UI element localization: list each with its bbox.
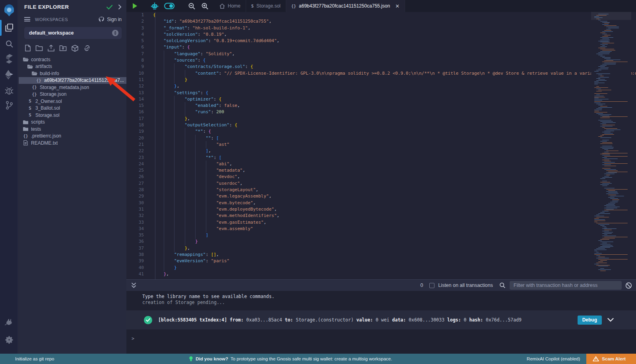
zoom-out-icon[interactable] [188, 2, 196, 10]
tab-a69b43f277ba20fcac141151250ca755-json[interactable]: {}a69b43f277ba20fcac141151250ca755.json✕ [286, 0, 405, 12]
code-line: 22 ], [126, 148, 636, 154]
workspace-name: default_workspace [29, 30, 112, 36]
transaction-filter-input[interactable] [510, 281, 622, 290]
link-import-icon[interactable] [83, 45, 91, 52]
new-file-icon[interactable] [25, 45, 31, 52]
upload-file-icon[interactable] [47, 45, 55, 52]
tx-expand-chevron-icon[interactable] [607, 318, 614, 322]
code-line: 20 "": [ [126, 135, 636, 141]
tab-storage-sol[interactable]: SStorage.sol [246, 0, 286, 12]
scam-alert-badge[interactable]: Scam Alert [586, 354, 636, 364]
code-line: 16 "runs": 200 [126, 109, 636, 115]
collapse-panel-chevron-icon[interactable] [118, 4, 122, 10]
line-number: 11 [126, 77, 144, 83]
home-icon [219, 4, 225, 9]
code-line: 19 "*": { [126, 128, 636, 135]
tree-item-storage-json[interactable]: {}Storage.json [19, 91, 126, 98]
line-content: "runs": 200 [153, 109, 224, 114]
code-line: 8 "sources": { [126, 57, 636, 64]
line-number: 25 [126, 167, 144, 174]
debug-button[interactable]: Debug [578, 316, 602, 325]
solidity-compiler-icon[interactable] [0, 52, 18, 66]
terminal-collapse-chevrons-icon[interactable] [131, 283, 136, 288]
line-content: }, [153, 246, 190, 251]
line-number: 6 [126, 44, 144, 50]
copilot-status[interactable]: RemixAI Copilot (enabled) [527, 356, 580, 361]
settings-gear-icon[interactable] [0, 333, 18, 347]
ai-copilot-toggle-icon[interactable] [164, 3, 175, 9]
git-init-status[interactable]: Initialize as git repo [15, 356, 54, 361]
tree-item-artifacts[interactable]: artifacts [19, 63, 126, 70]
tree-item-label: scripts [31, 119, 45, 125]
transaction-log-row[interactable]: [block:5583405 txIndex:4] from: 0xa03...… [126, 310, 636, 329]
tree-item-storage-sol[interactable]: SStorage.sol [19, 112, 126, 119]
tree-item-2-owner-sol[interactable]: S2_Owner.sol [19, 98, 126, 105]
tree-item-3-ballot-sol[interactable]: S3_Ballot.sol [19, 105, 126, 112]
tree-item-label: 2_Owner.sol [35, 99, 62, 104]
terminal-header: 0 Listen on all transactions [126, 279, 636, 291]
zoom-in-icon[interactable] [201, 2, 209, 10]
tree-item-a69b43f277ba20fcac141151250ca7-[interactable]: {}a69b43f277ba20fcac141151250ca7... [19, 77, 126, 84]
line-number: 30 [126, 200, 144, 206]
terminal-prompt[interactable]: > [132, 336, 134, 341]
line-content: "abi", [153, 161, 232, 167]
upload-folder-icon[interactable] [59, 45, 67, 52]
line-content: "evm.assembly" [153, 226, 253, 231]
tree-item-tests[interactable]: tests [19, 126, 126, 133]
github-sign-in[interactable]: Sign in [98, 16, 122, 22]
file-explorer-icon[interactable] [0, 21, 18, 34]
terminal[interactable]: Type the library name to see available c… [126, 291, 636, 354]
github-icon [98, 16, 105, 22]
activity-bar [0, 0, 18, 354]
run-script-play-icon[interactable] [132, 3, 138, 9]
tree-item-contracts[interactable]: contracts [19, 56, 126, 63]
tab-home[interactable]: Home [214, 0, 246, 12]
tree-item--prettierrc-json[interactable]: {}.prettierrc.json [19, 133, 126, 140]
code-line: 1{ [126, 12, 636, 18]
debugger-icon[interactable] [0, 84, 18, 98]
tree-item-scripts[interactable]: scripts [19, 119, 126, 126]
tree-item-readme-txt[interactable]: README.txt [19, 139, 126, 147]
git-icon[interactable] [0, 99, 18, 112]
listen-all-transactions-checkbox[interactable] [429, 283, 434, 288]
warning-triangle-icon [593, 356, 599, 362]
remixai-robot-icon[interactable] [151, 2, 159, 10]
line-number: 20 [126, 135, 144, 141]
code-line: 28 "storageLayout", [126, 187, 636, 193]
deploy-run-icon[interactable] [0, 68, 18, 81]
line-content: "metadata", [153, 168, 245, 173]
code-line: 37 }, [126, 245, 636, 252]
terminal-search-icon[interactable] [499, 282, 506, 288]
line-number: 41 [126, 271, 144, 277]
tree-item-storage-metadata-json[interactable]: {}Storage_metadata.json [19, 84, 126, 91]
tree-item-build-info[interactable]: build-info [19, 70, 126, 77]
line-number: 36 [126, 238, 144, 245]
remix-logo-icon[interactable] [0, 3, 18, 18]
workspaces-menu-icon[interactable] [24, 17, 30, 21]
workspace-select[interactable]: default_workspace [24, 27, 122, 39]
code-line: 41 }, [126, 271, 636, 277]
search-icon[interactable] [0, 37, 18, 50]
plugin-manager-icon[interactable] [0, 316, 18, 329]
terminal-message: Type the library name to see available c… [142, 294, 636, 300]
code-line: 5 "solcLongVersion": "0.8.19+commit.7dd6… [126, 38, 636, 44]
code-line: 26 "devdoc", [126, 174, 636, 180]
close-tab-icon[interactable]: ✕ [395, 3, 399, 9]
line-content: ], [153, 148, 211, 153]
cube-ipfs-icon[interactable] [71, 45, 79, 52]
code-editor[interactable]: 1{2 "id": "a69b43f277ba20fcac141151250ca… [126, 12, 636, 279]
json-icon: {} [31, 85, 37, 89]
minimap[interactable] [591, 12, 631, 279]
code-line: 13 "settings": { [126, 90, 636, 96]
workspaces-label: WORKSPACES [35, 17, 98, 22]
line-content: { [153, 12, 156, 17]
line-content: } [153, 77, 187, 82]
line-content: ] [153, 232, 208, 238]
did-you-know-title: Did you know? [196, 356, 228, 361]
line-content: "_format": "hh-sol-build-info-1", [153, 25, 250, 31]
code-line: 38 "remappings": [], [126, 252, 636, 258]
clear-console-icon[interactable] [625, 282, 632, 289]
new-folder-icon[interactable] [35, 45, 43, 52]
code-line: 17 }, [126, 116, 636, 122]
line-content: "": [ [153, 136, 219, 141]
